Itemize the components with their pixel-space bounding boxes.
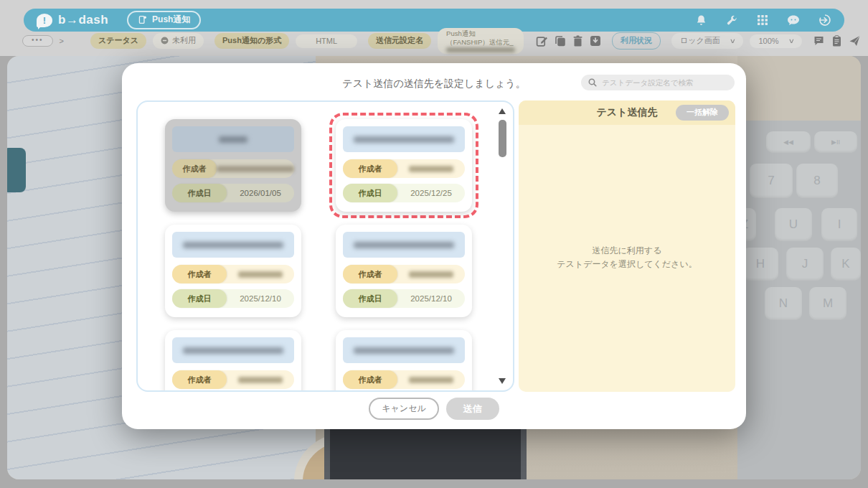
creator-label: 作成者: [172, 159, 217, 178]
trash-icon[interactable]: [572, 35, 583, 47]
logo-text: b→dash: [58, 13, 108, 27]
redacted-creator: [217, 166, 294, 172]
minus-circle-icon: [161, 37, 169, 44]
created-date: 2026/01/05: [227, 189, 294, 197]
send-icon[interactable]: [849, 35, 861, 47]
redacted-title: [183, 242, 283, 248]
test-data-card[interactable]: 作成者 作成日 2025/12/10: [336, 225, 472, 317]
test-data-search[interactable]: [581, 75, 735, 90]
scroll-up-arrow[interactable]: [499, 108, 506, 114]
sender-value-pill: Push通知（FANSHIP）送信元_: [438, 28, 524, 54]
destination-empty-message: 送信先に利用する テストデータを選択してください。: [519, 244, 735, 271]
card-title-bar: [343, 337, 465, 363]
scroll-thumb[interactable]: [499, 120, 506, 157]
app-header: ! b→dash Push通知: [24, 9, 844, 32]
creator-label: 作成者: [343, 159, 397, 178]
test-data-card[interactable]: 作成者: [336, 330, 472, 392]
scroll-down-arrow[interactable]: [499, 378, 506, 384]
redacted-creator: [238, 271, 283, 278]
creator-label: 作成者: [343, 265, 397, 283]
test-data-card[interactable]: 作成者 作成日 2025/12/10: [165, 225, 301, 317]
screen-select[interactable]: ロック画面∨: [671, 33, 743, 49]
keyboard-key: N: [765, 287, 802, 320]
record-toolbar: ••• > ステータス 未利用 Push通知の形式 HTML 送信元設定名 Pu…: [0, 32, 868, 50]
redacted-title: [219, 136, 247, 143]
keyboard-key: U: [775, 208, 812, 241]
push-badge-label: Push通知: [152, 14, 190, 26]
test-data-card-selected[interactable]: 作成者 作成日 2026/01/05: [165, 119, 301, 212]
test-data-card[interactable]: 作成者: [165, 330, 301, 392]
created-label: 作成日: [172, 289, 227, 308]
creator-row: 作成者: [172, 265, 294, 283]
creator-label: 作成者: [343, 370, 397, 389]
created-row: 作成日 2025/12/25: [343, 184, 465, 202]
pen-on-desk: [7, 148, 26, 192]
keyboard: ◀◀ ▶II 7 8 Z U I H J K N M: [737, 121, 861, 479]
usage-status-button[interactable]: 利用状況: [612, 32, 661, 50]
test-data-card-highlighted[interactable]: 作成者 作成日 2025/12/25: [336, 119, 472, 212]
created-label: 作成日: [343, 289, 397, 308]
card-title-bar: [172, 337, 294, 363]
card-title-bar: [343, 232, 465, 258]
created-date: 2025/12/10: [397, 294, 465, 303]
apps-grid-icon[interactable]: [757, 14, 768, 26]
test-destination-panel: テスト送信先 一括解除 送信先に利用する テストデータを選択してください。: [519, 100, 735, 392]
created-date: 2025/12/25: [397, 189, 465, 197]
created-date: 2025/12/10: [227, 294, 294, 303]
highlighted-card-wrapper: 作成者 作成日 2025/12/25: [336, 119, 472, 212]
creator-label: 作成者: [172, 265, 227, 283]
cards-scrollbar[interactable]: [497, 105, 508, 387]
status-label-pill: ステータス: [90, 33, 146, 49]
test-send-modal: テスト送信の送信先を設定しましょう。 作成者 作成日 2026/01/05: [122, 63, 746, 429]
status-value-pill: 未利用: [153, 33, 204, 49]
submit-button[interactable]: 送信: [446, 398, 499, 420]
desk-above-keyboard: [737, 56, 861, 121]
keyboard-key: M: [809, 287, 846, 320]
chevron-down-icon: ∨: [788, 37, 794, 44]
clipboard-icon[interactable]: [831, 35, 842, 47]
app-logo[interactable]: ! b→dash: [37, 13, 108, 27]
clear-all-button[interactable]: 一括解除: [676, 105, 729, 121]
search-input[interactable]: [602, 78, 727, 87]
comment-icon[interactable]: [813, 35, 825, 47]
creator-row: 作成者: [343, 370, 465, 389]
logout-icon[interactable]: [819, 14, 831, 27]
breadcrumb-menu-button[interactable]: •••: [22, 35, 53, 47]
redacted-creator: [409, 377, 453, 383]
destination-panel-header: テスト送信先 一括解除: [519, 100, 735, 125]
bell-icon[interactable]: [695, 14, 707, 27]
wrench-icon[interactable]: [726, 14, 738, 27]
created-row: 作成日 2026/01/05: [172, 184, 294, 202]
card-title-bar: [172, 126, 294, 152]
keyboard-key: ▶II: [814, 131, 857, 153]
format-value-pill: HTML: [296, 34, 357, 48]
created-label: 作成日: [172, 184, 227, 202]
keyboard-key: 8: [796, 164, 838, 198]
keyboard-key: K: [831, 248, 861, 281]
creator-row: 作成者: [172, 159, 294, 178]
edit-note-icon[interactable]: [536, 35, 548, 47]
push-notification-badge[interactable]: Push通知: [127, 11, 201, 29]
keyboard-key: I: [821, 208, 857, 241]
card-title-bar: [172, 232, 294, 258]
creator-label: 作成者: [172, 370, 227, 389]
keyboard-key: J: [786, 248, 824, 281]
redacted-title: [183, 347, 283, 354]
cancel-button[interactable]: キャンセル: [369, 398, 438, 420]
chat-bubble-icon[interactable]: [787, 14, 800, 27]
redacted-creator: [409, 271, 453, 278]
format-label-pill: Push通知の形式: [214, 33, 289, 49]
created-label: 作成日: [343, 184, 397, 202]
destination-panel-title: テスト送信先: [597, 106, 658, 119]
card-title-bar: [343, 126, 465, 152]
creator-row: 作成者: [343, 265, 465, 283]
search-icon: [588, 78, 597, 87]
copy-icon[interactable]: [555, 35, 566, 47]
download-icon[interactable]: [590, 35, 601, 47]
modal-footer: キャンセル 送信: [122, 398, 746, 420]
created-row: 作成日 2025/12/10: [343, 289, 465, 308]
zoom-select[interactable]: 100%∨: [750, 34, 802, 48]
keyboard-key: 7: [750, 164, 793, 198]
redacted-creator: [238, 377, 283, 383]
redacted-title: [354, 136, 454, 143]
